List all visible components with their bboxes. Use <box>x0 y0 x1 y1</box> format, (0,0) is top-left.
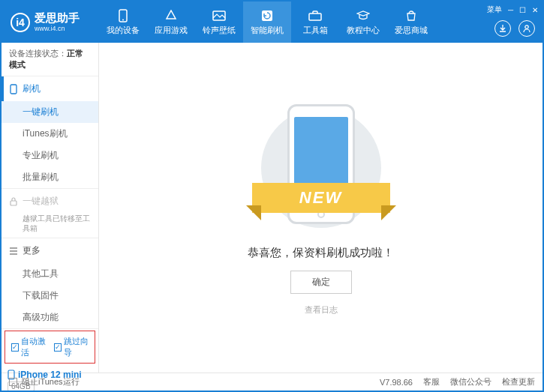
ok-button[interactable]: 确定 <box>290 271 352 294</box>
activation-options: ✓自动激活 ✓跳过向导 <box>5 331 95 364</box>
svg-rect-3 <box>262 10 272 21</box>
minimize-icon[interactable]: ─ <box>508 6 513 14</box>
device-status: 设备连接状态：正常模式 <box>2 43 98 76</box>
tab-toolbox[interactable]: 工具箱 <box>291 1 339 43</box>
tab-my-device[interactable]: 我的设备 <box>99 1 147 43</box>
svg-rect-4 <box>309 13 321 20</box>
block-itunes-label: 阻止iTunes运行 <box>22 376 80 388</box>
sidebar-flash-header[interactable]: 刷机 <box>2 76 98 101</box>
tab-apps-games[interactable]: 应用游戏 <box>147 1 195 43</box>
lock-icon <box>9 197 18 206</box>
tab-smart-flash[interactable]: 智能刷机 <box>243 1 291 43</box>
nav-tabs: 我的设备 应用游戏 铃声壁纸 智能刷机 工具箱 教程中心 爱思商城 <box>99 1 435 43</box>
svg-point-1 <box>122 19 124 20</box>
list-icon <box>9 247 18 255</box>
app-title: 爱思助手 <box>35 12 80 25</box>
sidebar-item-other-tools[interactable]: 其他工具 <box>2 263 98 285</box>
logo-area: i4 爱思助手 www.i4.cn <box>2 12 99 32</box>
window-controls: 菜单 ─ ☐ ✕ <box>487 4 538 15</box>
logo-icon: i4 <box>11 13 30 32</box>
phone-icon <box>116 9 130 22</box>
close-icon[interactable]: ✕ <box>532 6 538 14</box>
svg-rect-7 <box>11 201 17 205</box>
sidebar-item-batch-flash[interactable]: 批量刷机 <box>2 166 98 188</box>
maximize-icon[interactable]: ☐ <box>519 6 526 14</box>
sidebar-jailbreak-header: 一键越狱 <box>2 189 98 214</box>
wechat-link[interactable]: 微信公众号 <box>450 376 491 388</box>
sidebar: 设备连接状态：正常模式 刷机 一键刷机 iTunes刷机 专业刷机 批量刷机 一… <box>2 43 99 373</box>
view-log-link[interactable]: 查看日志 <box>305 304 338 316</box>
svg-point-5 <box>525 25 528 28</box>
new-banner: NEW <box>252 183 390 213</box>
header-right-buttons <box>494 20 535 37</box>
jailbreak-note: 越狱工具已转移至工具箱 <box>2 214 98 238</box>
tab-ringtone-wallpaper[interactable]: 铃声壁纸 <box>195 1 243 43</box>
success-message: 恭喜您，保资料刷机成功啦！ <box>248 246 394 260</box>
sidebar-item-itunes-flash[interactable]: iTunes刷机 <box>2 123 98 145</box>
svg-rect-6 <box>11 85 17 94</box>
store-icon <box>404 9 418 22</box>
sidebar-item-download-firmware[interactable]: 下载固件 <box>2 285 98 307</box>
sidebar-item-advanced[interactable]: 高级功能 <box>2 307 98 328</box>
download-button[interactable] <box>494 20 511 37</box>
check-update-link[interactable]: 检查更新 <box>502 376 535 388</box>
sidebar-item-pro-flash[interactable]: 专业刷机 <box>2 145 98 166</box>
apps-icon <box>164 9 178 22</box>
toolbox-icon <box>308 9 322 22</box>
tab-tutorial[interactable]: 教程中心 <box>339 1 387 43</box>
app-url: www.i4.cn <box>35 25 80 32</box>
wallpaper-icon <box>212 9 226 22</box>
main-content: NEW 恭喜您，保资料刷机成功啦！ 确定 查看日志 <box>99 43 542 373</box>
tab-store[interactable]: 爱思商城 <box>387 1 435 43</box>
success-illustration: NEW <box>261 100 381 235</box>
app-header: i4 爱思助手 www.i4.cn 我的设备 应用游戏 铃声壁纸 智能刷机 工具… <box>2 1 542 43</box>
sidebar-more-header[interactable]: 更多 <box>2 238 98 263</box>
version-label: V7.98.66 <box>380 378 413 387</box>
sidebar-item-oneclick-flash[interactable]: 一键刷机 <box>2 101 98 123</box>
tutorial-icon <box>356 9 370 22</box>
checkbox-auto-activate[interactable]: ✓自动激活 <box>11 336 47 358</box>
user-button[interactable] <box>518 20 535 37</box>
phone-small-icon <box>9 84 18 94</box>
checkbox-block-itunes[interactable] <box>9 378 17 386</box>
checkbox-skip-guide[interactable]: ✓跳过向导 <box>54 336 89 358</box>
refresh-icon <box>260 9 274 22</box>
customer-service-link[interactable]: 客服 <box>423 376 440 388</box>
menu-text[interactable]: 菜单 <box>487 4 502 15</box>
